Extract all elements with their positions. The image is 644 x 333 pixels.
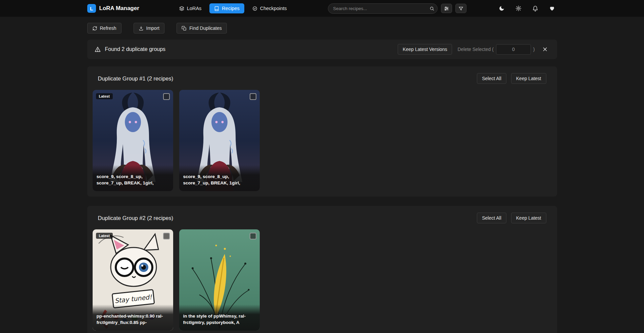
delete-count-input[interactable]: [496, 44, 531, 55]
delete-selected-group: Delete Selected ( ): [457, 44, 535, 55]
refresh-label: Refresh: [100, 25, 116, 31]
keep-latest-button[interactable]: Keep Latest: [511, 213, 546, 223]
tab-loras[interactable]: LoRAs: [175, 3, 206, 13]
notifications-button[interactable]: [530, 3, 540, 13]
magnifier-icon: [430, 6, 434, 11]
copy-icon: [182, 26, 187, 31]
recipe-caption-overlay: pp-enchanted-whimsy:0.90 ral-frctlgmtry_…: [93, 304, 173, 331]
book-icon: [214, 6, 219, 11]
sort-options-button[interactable]: [441, 4, 452, 13]
banner-message: Found 2 duplicate groups: [105, 46, 166, 52]
recipe-select-checkbox[interactable]: [250, 93, 256, 100]
app-logo-icon: L: [87, 4, 96, 13]
import-label: Import: [146, 25, 160, 31]
warning-icon: [95, 46, 101, 52]
delete-selected-label: Delete Selected (: [457, 47, 493, 52]
sliders-icon: [444, 6, 449, 11]
recipe-card[interactable]: in the style of ppWhimsy, ral-frctlgmtry…: [179, 229, 260, 331]
delete-selected-suffix: ): [533, 47, 535, 52]
bell-icon: [532, 5, 538, 11]
toolbar: Refresh Import Find Duplicates: [87, 23, 557, 34]
keep-latest-versions-button[interactable]: Keep Latest Versions: [398, 44, 452, 55]
moon-icon: [499, 5, 505, 11]
main-content: Refresh Import Find Duplicates Found 2 d…: [87, 23, 557, 333]
duplicate-group: Duplicate Group #1 (2 recipes) Select Al…: [87, 66, 557, 197]
recipe-caption-overlay: score_9, score_8_up, score_7_up, BREAK, …: [93, 165, 173, 191]
latest-badge: Latest: [96, 233, 113, 239]
select-all-button[interactable]: Select All: [477, 213, 506, 223]
search-button[interactable]: [428, 4, 436, 13]
duplicates-banner: Found 2 duplicate groups Keep Latest Ver…: [87, 40, 557, 59]
recipe-caption-overlay: score_9, score_8_up, score_7_up, BREAK, …: [179, 165, 260, 191]
close-banner-button[interactable]: [540, 45, 550, 54]
recipe-select-checkbox[interactable]: [163, 233, 170, 239]
select-all-button[interactable]: Select All: [477, 73, 506, 84]
heart-icon: [549, 5, 555, 11]
find-duplicates-button[interactable]: Find Duplicates: [177, 23, 227, 34]
recipe-caption: pp-enchanted-whimsy:0.90 ral-frctlgmtry_…: [97, 313, 169, 326]
top-navbar: L LoRA Manager LoRAs Recipes Checkpoints: [0, 0, 644, 17]
refresh-button[interactable]: Refresh: [87, 23, 121, 34]
group-title: Duplicate Group #2 (2 recipes): [98, 215, 174, 221]
recipe-card[interactable]: score_9, score_8_up, score_7_up, BREAK, …: [179, 90, 260, 191]
search-area: [328, 3, 466, 14]
tab-checkpoints[interactable]: Checkpoints: [248, 3, 292, 13]
close-icon: [542, 46, 548, 52]
duplicate-groups: Duplicate Group #1 (2 recipes) Select Al…: [87, 66, 557, 333]
brand: L LoRA Manager: [87, 4, 139, 13]
recipe-card[interactable]: Latest score_9, score_8_up, score_7_up, …: [93, 90, 173, 191]
group-title: Duplicate Group #1 (2 recipes): [98, 75, 174, 82]
recipe-caption: in the style of ppWhimsy, ral-frctlgmtry…: [183, 313, 256, 326]
app-title: LoRA Manager: [99, 5, 139, 12]
theme-toggle-button[interactable]: [497, 3, 507, 13]
navbar-right-icons: [497, 3, 557, 13]
funnel-icon: [458, 6, 463, 11]
import-button[interactable]: Import: [134, 23, 165, 34]
recipe-card-list: Stay tuned! Latest pp-enchanted-whimsy:0…: [93, 229, 552, 331]
recipe-select-checkbox[interactable]: [250, 233, 256, 239]
nav-tabs: LoRAs Recipes Checkpoints: [175, 3, 292, 13]
tab-recipes[interactable]: Recipes: [209, 3, 244, 13]
settings-button[interactable]: [513, 3, 524, 13]
check-circle-icon: [252, 6, 257, 11]
latest-badge: Latest: [96, 93, 113, 99]
recipe-card[interactable]: Stay tuned! Latest pp-enchanted-whimsy:0…: [93, 229, 173, 331]
keep-latest-button[interactable]: Keep Latest: [511, 73, 546, 84]
duplicate-group: Duplicate Group #2 (2 recipes) Select Al…: [87, 206, 557, 333]
favorites-button[interactable]: [547, 3, 557, 13]
recipe-caption: score_9, score_8_up, score_7_up, BREAK, …: [97, 174, 169, 186]
layers-icon: [179, 6, 184, 11]
recipe-select-checkbox[interactable]: [163, 93, 170, 100]
import-icon: [139, 26, 144, 31]
refresh-icon: [92, 26, 97, 31]
recipe-caption-overlay: in the style of ppWhimsy, ral-frctlgmtry…: [179, 304, 260, 331]
recipe-card-list: Latest score_9, score_8_up, score_7_up, …: [93, 90, 552, 191]
find-duplicates-label: Find Duplicates: [189, 25, 222, 31]
recipe-caption: score_9, score_8_up, score_7_up, BREAK, …: [183, 174, 256, 186]
search-input[interactable]: [328, 3, 438, 14]
filter-button[interactable]: [455, 4, 466, 13]
gear-icon: [515, 5, 522, 11]
